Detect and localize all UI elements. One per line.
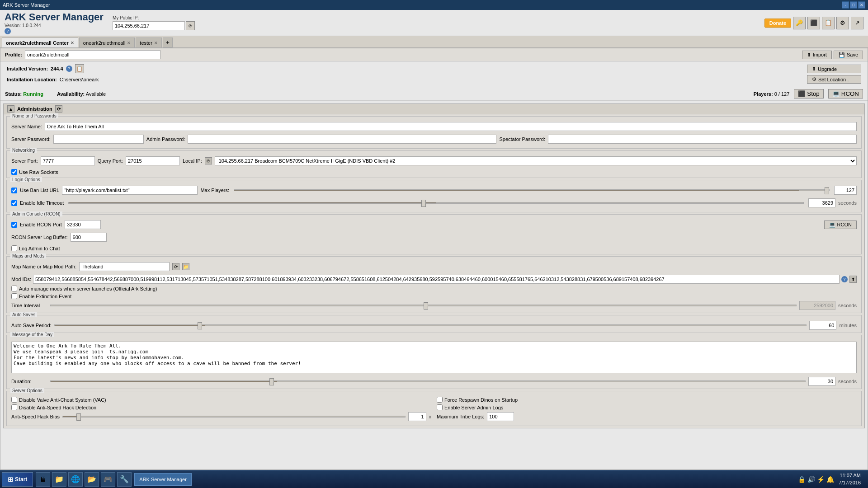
spectator-password-input[interactable] (548, 135, 857, 144)
minimize-btn[interactable]: - (842, 1, 849, 9)
external-icon-button[interactable]: ↗ (851, 17, 863, 29)
notification-icon: 🔔 (826, 476, 834, 483)
use-raw-sockets-checkbox[interactable] (11, 169, 17, 175)
time-interval-input[interactable] (799, 301, 835, 310)
login-options-legend: Login Options (10, 177, 42, 182)
status-label-text: Status: Running (5, 91, 43, 97)
stop-button[interactable]: ⬛ Stop (794, 89, 823, 99)
start-button[interactable]: ⊞ Start (2, 472, 33, 487)
refresh-ip-button[interactable]: ⟳ (186, 21, 195, 30)
settings-icon-button[interactable]: ⚙ (836, 17, 849, 29)
force-respawn-checkbox[interactable] (437, 397, 443, 403)
rcon-legend: Admin Console (RCON) (10, 211, 62, 216)
query-port-input[interactable] (126, 156, 180, 165)
mod-ids-refresh-button[interactable]: ⬆ (849, 276, 857, 283)
idle-timeout-input[interactable] (808, 198, 835, 207)
rcon-port-input[interactable] (65, 220, 101, 229)
idle-timeout-unit: seconds (838, 200, 857, 206)
name-passwords-legend: Name and Passwords (10, 113, 58, 118)
tab-1-close[interactable]: ✕ (127, 41, 131, 45)
motd-textarea[interactable]: Welcome to One Ark To Rule Them All. We … (11, 342, 857, 373)
enable-extinction-checkbox[interactable] (11, 293, 17, 299)
max-players-input[interactable] (834, 186, 857, 195)
passwords-row: Server Password: Admin Password: Spectat… (9, 134, 859, 145)
taskbar-time: 11:07 AM 7/17/2016 (839, 472, 865, 486)
server-password-label: Server Password: (11, 136, 51, 142)
taskbar-icon-4[interactable]: 🎮 (101, 472, 115, 487)
tab-0[interactable]: oneark2rulethmeall Center ✕ (2, 38, 78, 47)
anti-speed-bias-label: Anti-Speed Hack Bias (11, 414, 60, 419)
enable-rcon-checkbox[interactable] (11, 222, 17, 228)
motd-section: Message of the Day Welcome to One Ark To… (6, 335, 862, 389)
map-browse-button[interactable]: 📁 (182, 263, 189, 270)
display-icon-button[interactable]: ⬛ (807, 17, 820, 29)
local-ip-refresh-button[interactable]: ⟳ (205, 157, 212, 164)
network-icon: 🔒 (798, 476, 806, 483)
server-port-input[interactable] (41, 156, 95, 165)
tab-2[interactable]: tester ✕ (136, 38, 162, 47)
enable-extinction-row: Enable Extinction Event (9, 292, 859, 300)
installed-version-help[interactable]: ? (66, 66, 72, 72)
duration-row: Duration: seconds (9, 376, 859, 387)
taskbar-icon-0[interactable]: 🖥 (36, 472, 50, 487)
maximize-btn[interactable]: □ (850, 1, 857, 9)
raw-sockets-row: Use Raw Sockets (9, 168, 859, 176)
spectator-password-label: Spectator Password: (499, 136, 545, 142)
copy-version-button[interactable]: 📋 (75, 64, 84, 73)
use-ban-list-checkbox[interactable] (11, 188, 17, 193)
disable-anti-speed-label: Disable Anti-Speed Hack Detection (19, 405, 96, 410)
enable-admin-logs-checkbox[interactable] (437, 404, 443, 410)
time-interval-unit: seconds (838, 303, 857, 308)
taskbar-icon-5[interactable]: 🔧 (117, 472, 132, 487)
tab-1-label: oneark2rulethmeall (83, 40, 126, 46)
rcon-button[interactable]: 💻 RCON (824, 221, 857, 229)
taskbar-active-window[interactable]: ARK Server Manager (134, 473, 192, 486)
clipboard-icon-button[interactable]: 📋 (822, 17, 835, 29)
ban-list-url-input[interactable] (62, 186, 198, 195)
disable-anti-speed-checkbox[interactable] (11, 404, 17, 410)
set-location-button[interactable]: ⚙ Set Location . (807, 75, 861, 84)
version-help-icon[interactable]: ? (5, 28, 11, 34)
tab-0-close[interactable]: ✕ (71, 41, 74, 45)
mod-ids-help-icon[interactable]: ? (841, 276, 848, 282)
local-ip-select[interactable]: 104.255.66.217 Broadcom BCM5709C NetXtre… (215, 156, 857, 165)
max-tribe-logs-row: Maximum Tribe Logs: (435, 411, 859, 422)
rcon-log-buffer-input[interactable] (71, 233, 107, 242)
server-password-input[interactable] (53, 135, 144, 144)
collapse-admin-button[interactable]: ▲ (7, 105, 14, 113)
map-name-input[interactable] (79, 262, 170, 271)
import-button[interactable]: ⬆ Import (802, 51, 832, 59)
main-content: Profile: ⬆ Import 💾 Save Installed Versi… (0, 48, 868, 470)
tab-2-close[interactable]: ✕ (154, 41, 158, 45)
admin-password-input[interactable] (188, 135, 496, 144)
rcon-status-button[interactable]: 💻 RCON (828, 89, 863, 99)
server-name-input[interactable] (45, 122, 857, 131)
log-admin-chat-checkbox[interactable] (11, 245, 17, 251)
mod-ids-input[interactable] (33, 275, 840, 284)
upgrade-button[interactable]: ⬆ Upgrade (807, 65, 861, 73)
donate-button[interactable]: Donate (764, 19, 791, 28)
auto-manage-mods-checkbox[interactable] (11, 286, 17, 291)
add-tab-button[interactable]: + (163, 38, 173, 47)
map-refresh-button[interactable]: ⟳ (172, 263, 179, 270)
enable-idle-timeout-checkbox[interactable] (11, 200, 17, 206)
taskbar-icon-1[interactable]: 📁 (52, 472, 66, 487)
sound-icon: 🔊 (807, 476, 815, 483)
refresh-admin-button[interactable]: ⟳ (55, 105, 62, 113)
server-name-row: Server Name: (9, 121, 859, 132)
key-icon-button[interactable]: 🔑 (793, 17, 806, 29)
public-ip-input[interactable] (113, 21, 185, 30)
max-tribe-logs-input[interactable] (487, 412, 514, 421)
info-right: ⬆ Upgrade ⚙ Set Location . (804, 61, 868, 87)
anti-speed-bias-input[interactable] (408, 412, 426, 421)
duration-input[interactable] (808, 377, 835, 386)
save-button[interactable]: 💾 Save (834, 51, 863, 59)
ports-row: Server Port: Query Port: Local IP: ⟳ 104… (9, 155, 859, 166)
profile-input[interactable] (25, 50, 160, 59)
disable-vac-checkbox[interactable] (11, 397, 17, 403)
taskbar-icon-3[interactable]: 📂 (85, 472, 99, 487)
auto-save-period-input[interactable] (809, 321, 836, 330)
tab-1[interactable]: oneark2rulethmeall ✕ (79, 38, 135, 47)
close-btn[interactable]: ✕ (858, 1, 865, 9)
taskbar-icon-2[interactable]: 🌐 (68, 472, 83, 487)
